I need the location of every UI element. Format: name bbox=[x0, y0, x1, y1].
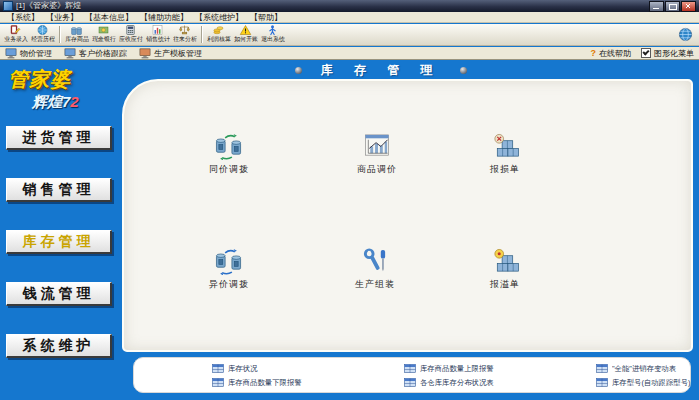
title-bar: [1]《管家婆》辉煌 bbox=[0, 0, 699, 12]
toolbar-separator bbox=[201, 26, 202, 43]
toolbar-how-to-open-accounts[interactable]: 如何开账 bbox=[232, 24, 259, 45]
globe-clock-icon bbox=[36, 24, 49, 36]
toolbar-inventory-goods[interactable]: 库存商品 bbox=[63, 24, 90, 45]
secondary-toolbar-right: ? 在线帮助 图形化菜单 bbox=[591, 48, 695, 59]
link-inventory-model[interactable]: 库存型号(自动跟踪型号) bbox=[596, 377, 697, 388]
report-links-panel: 库存状况 库存商品数量上限报警 "全能"进销存变动表 库存商品数量下限报警 各仓… bbox=[133, 357, 691, 393]
toolbar-exit-system[interactable]: 退出系统 bbox=[259, 24, 286, 45]
toolbar-right-area bbox=[678, 24, 697, 45]
table-icon bbox=[212, 364, 224, 373]
toolbar-contacts-analysis[interactable]: 往来分析 bbox=[171, 24, 198, 45]
main-toolbar: 业务录入 经营历程 库存商品 现金银行 应收应付 销售统计 往来分析 bbox=[0, 24, 699, 46]
section-header: 库 存 管 理 bbox=[286, 63, 476, 78]
menu-aux-functions[interactable]: 【辅助功能】 bbox=[138, 12, 190, 23]
close-button[interactable] bbox=[681, 1, 696, 12]
secondary-toolbar: 物价管理 客户价格跟踪 生产模板管理 ? 在线帮助 图形化菜单 bbox=[0, 47, 699, 60]
window-title: [1]《管家婆》辉煌 bbox=[16, 2, 81, 10]
link-warehouse-distribution[interactable]: 各仓库库存分布状况表 bbox=[404, 377, 596, 388]
toolbar-profit-accounting[interactable]: 利润核算 bbox=[205, 24, 232, 45]
warning-icon bbox=[239, 24, 252, 36]
bar-chart-icon bbox=[151, 24, 164, 36]
link-lower-limit-alarm[interactable]: 库存商品数量下限报警 bbox=[212, 377, 404, 388]
monitor-icon bbox=[139, 48, 151, 59]
scales-icon bbox=[178, 24, 191, 36]
table-icon bbox=[404, 364, 416, 373]
exit-person-icon bbox=[266, 24, 279, 36]
content-panel: 同价调拨 商品调价 报损单 bbox=[122, 79, 693, 352]
brand-logo: 管家婆 bbox=[8, 66, 71, 93]
bullet-icon bbox=[460, 67, 467, 74]
menu-loss-report[interactable]: 报损单 bbox=[457, 133, 553, 176]
notebook-icon bbox=[9, 24, 22, 36]
menu-system[interactable]: 【系统】 bbox=[5, 12, 41, 23]
menu-same-price-transfer[interactable]: 同价调拨 bbox=[181, 133, 277, 176]
main-area: 库 存 管 理 管家婆 辉煌72 进货管理 销售管理 库存管理 钱流管理 系统维… bbox=[0, 60, 699, 400]
toolbar-business-entry[interactable]: 业务录入 bbox=[2, 24, 29, 45]
sidebar-item-cashflow[interactable]: 钱流管理 bbox=[6, 282, 112, 306]
menu-system-maintenance[interactable]: 【系统维护】 bbox=[193, 12, 245, 23]
tools-icon bbox=[359, 248, 391, 275]
help-icon: ? bbox=[591, 48, 597, 58]
transfer-barrels-icon bbox=[213, 133, 245, 160]
toolbar-sales-statistics[interactable]: 销售统计 bbox=[144, 24, 171, 45]
coins-icon bbox=[212, 24, 225, 36]
online-help[interactable]: ? 在线帮助 bbox=[591, 48, 632, 59]
brand-logo-version: 辉煌72 bbox=[32, 93, 79, 112]
transfer-barrels-icon bbox=[213, 248, 245, 275]
sidebar-item-maintenance[interactable]: 系统维护 bbox=[6, 334, 112, 358]
barrels-icon bbox=[70, 24, 83, 36]
menu-overflow-report[interactable]: 报溢单 bbox=[457, 248, 553, 291]
overflow-boxes-icon bbox=[489, 248, 521, 275]
link-allround-change-table[interactable]: "全能"进销存变动表 bbox=[596, 363, 697, 374]
window-controls bbox=[649, 1, 696, 12]
sidebar-item-purchase[interactable]: 进货管理 bbox=[6, 126, 112, 150]
menu-business[interactable]: 【业务】 bbox=[44, 12, 80, 23]
menu-basic-info[interactable]: 【基本信息】 bbox=[83, 12, 135, 23]
link-inventory-status[interactable]: 库存状况 bbox=[212, 363, 404, 374]
toolbar-business-history[interactable]: 经营历程 bbox=[29, 24, 56, 45]
table-icon bbox=[596, 378, 608, 387]
menu-bar: 【系统】 【业务】 【基本信息】 【辅助功能】 【系统维护】 【帮助】 bbox=[0, 12, 699, 23]
loss-boxes-icon bbox=[489, 133, 521, 160]
menu-diff-price-transfer[interactable]: 异价调拨 bbox=[181, 248, 277, 291]
price-chart-icon bbox=[361, 133, 393, 160]
toolbar-production-template[interactable]: 生产模板管理 bbox=[139, 48, 202, 59]
table-icon bbox=[212, 378, 224, 387]
globe-icon[interactable] bbox=[678, 27, 693, 42]
app-icon bbox=[3, 1, 13, 11]
graphic-menu-toggle[interactable]: 图形化菜单 bbox=[641, 48, 694, 59]
menu-help[interactable]: 【帮助】 bbox=[248, 12, 284, 23]
link-upper-limit-alarm[interactable]: 库存商品数量上限报警 bbox=[404, 363, 596, 374]
bullet-icon bbox=[295, 67, 302, 74]
maximize-button[interactable] bbox=[665, 1, 680, 12]
checkbox-checked-icon[interactable] bbox=[641, 48, 651, 58]
sidebar-item-inventory[interactable]: 库存管理 bbox=[6, 230, 112, 254]
money-icon bbox=[97, 24, 110, 36]
toolbar-customer-price-tracking[interactable]: 客户价格跟踪 bbox=[64, 48, 127, 59]
sidebar-item-sales[interactable]: 销售管理 bbox=[6, 178, 112, 202]
calculator-icon bbox=[124, 24, 137, 36]
monitor-icon bbox=[64, 48, 76, 59]
toolbar-cash-bank[interactable]: 现金银行 bbox=[90, 24, 117, 45]
toolbar-price-management[interactable]: 物价管理 bbox=[5, 48, 52, 59]
table-icon bbox=[404, 378, 416, 387]
menu-goods-price-adjust[interactable]: 商品调价 bbox=[329, 133, 425, 176]
minimize-button[interactable] bbox=[649, 1, 664, 12]
toolbar-receivables-payables[interactable]: 应收应付 bbox=[117, 24, 144, 45]
app-window: [1]《管家婆》辉煌 【系统】 【业务】 【基本信息】 【辅助功能】 【系统维护… bbox=[0, 0, 699, 400]
page-title: 库 存 管 理 bbox=[320, 62, 441, 79]
monitor-icon bbox=[5, 48, 17, 59]
toolbar-separator bbox=[59, 26, 60, 43]
menu-production-assembly[interactable]: 生产组装 bbox=[327, 248, 423, 291]
table-icon bbox=[596, 364, 608, 373]
